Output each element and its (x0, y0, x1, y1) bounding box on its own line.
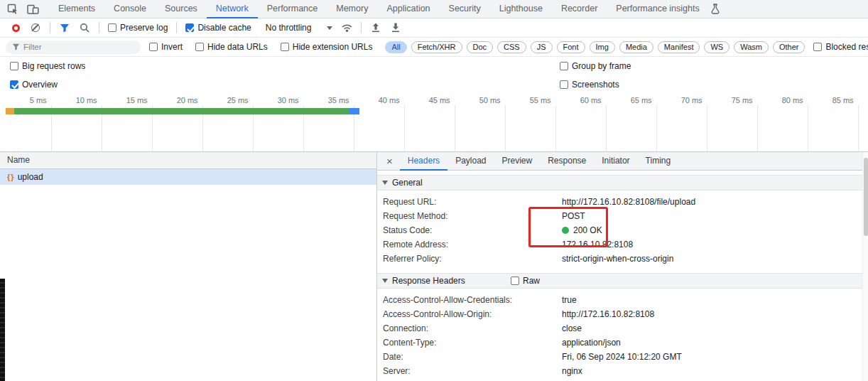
header-name: Connection: (383, 321, 562, 336)
search-button[interactable] (76, 20, 93, 36)
toolbar-divider (50, 22, 50, 33)
general-section-header[interactable]: General (377, 175, 868, 190)
filter-type-other[interactable]: Other (773, 41, 805, 53)
overview-bar-segment (6, 108, 15, 114)
timeline-tick-label: 85 ms (814, 96, 854, 104)
devtools-tab-performance[interactable]: Performance (258, 0, 327, 18)
details-tab-initiator[interactable]: Initiator (594, 152, 637, 171)
options-row-2: Overview Screenshots (0, 75, 868, 93)
devtools-tab-lighthouse[interactable]: Lighthouse (490, 0, 552, 18)
request-details-panel: × HeadersPayloadPreviewResponseInitiator… (376, 152, 868, 381)
disable-cache-checkbox[interactable]: Disable cache (185, 23, 251, 33)
header-name: Content-Type: (383, 336, 562, 350)
timeline-tick-label: 70 ms (663, 96, 702, 104)
timeline-tick-label: 75 ms (713, 96, 753, 104)
devtools-tab-network[interactable]: Network (207, 0, 258, 18)
raw-headers-checkbox[interactable]: Raw (511, 276, 540, 286)
filter-input[interactable] (23, 43, 130, 51)
timeline-overview[interactable]: 5 ms10 ms15 ms20 ms25 ms30 ms35 ms40 ms4… (0, 93, 868, 152)
big-request-rows-checkbox[interactable]: Big request rows (10, 61, 85, 71)
details-tab-payload[interactable]: Payload (447, 152, 494, 171)
filter-type-doc[interactable]: Doc (467, 41, 494, 53)
response-headers-section-header[interactable]: Response Headers Raw (377, 273, 868, 289)
filter-type-fetch-xhr[interactable]: Fetch/XHR (411, 41, 462, 53)
hide-data-urls-checkbox[interactable]: Hide data URLs (195, 42, 268, 52)
filter-type-js[interactable]: JS (531, 41, 553, 53)
close-details-button[interactable]: × (377, 153, 400, 170)
filter-type-all[interactable]: All (385, 41, 406, 53)
group-by-frame-checkbox[interactable]: Group by frame (560, 61, 631, 71)
inspect-element-icon[interactable] (7, 4, 18, 15)
header-value: http://172.16.10.82:8108 (562, 309, 654, 319)
name-column-header[interactable]: Name (0, 152, 376, 169)
status-green-dot (562, 227, 569, 234)
header-name: Status Code: (383, 223, 562, 237)
devtools-tab-performance-insights[interactable]: Performance insights (607, 0, 708, 18)
devtools-tab-console[interactable]: Console (104, 0, 156, 18)
export-har-button[interactable] (387, 20, 404, 36)
devtools-tab-elements[interactable]: Elements (49, 0, 104, 18)
devtools-tab-security[interactable]: Security (440, 0, 490, 18)
experiments-flask-icon (710, 4, 720, 14)
devtools-tab-recorder[interactable]: Recorder (552, 0, 607, 18)
network-conditions-icon (341, 23, 353, 33)
toolbar-divider (99, 22, 99, 33)
tabbar-left-icons (0, 4, 49, 15)
timeline-tick-label: 50 ms (461, 96, 501, 104)
filter-type-manifest[interactable]: Manifest (658, 41, 700, 53)
checkbox-box (281, 43, 289, 51)
timeline-tick-label: 65 ms (612, 96, 652, 104)
blocked-response-cookies-checkbox[interactable]: Blocked response coo (813, 42, 868, 52)
overview-checkbox[interactable]: Overview (10, 80, 58, 90)
header-name: Transfer-Encoding: (383, 378, 562, 381)
filter-toggle-button[interactable] (56, 20, 73, 36)
filter-input-pill[interactable] (6, 41, 141, 54)
filter-type-media[interactable]: Media (619, 41, 653, 53)
details-tab-preview[interactable]: Preview (494, 152, 541, 171)
timeline-gridline (808, 105, 808, 151)
throttling-select[interactable]: No throttling (266, 23, 333, 33)
filter-type-font[interactable]: Font (557, 41, 585, 53)
device-toolbar-icon[interactable] (27, 4, 39, 15)
clear-button[interactable] (27, 20, 44, 36)
record-icon (12, 24, 20, 32)
screenshots-label: Screenshots (572, 80, 619, 90)
filter-type-ws[interactable]: WS (704, 41, 729, 53)
hide-extension-urls-checkbox[interactable]: Hide extension URLs (281, 42, 373, 52)
response-headers-section-title: Response Headers (392, 276, 465, 286)
record-button[interactable] (7, 20, 24, 36)
braces-icon: { } (7, 173, 13, 181)
details-tab-headers[interactable]: Headers (400, 152, 447, 171)
checkbox-box (149, 43, 158, 51)
overview-bar-segment (14, 108, 353, 114)
filter-type-css[interactable]: CSS (497, 41, 526, 53)
import-har-button[interactable] (367, 20, 384, 36)
network-conditions-button[interactable] (338, 20, 355, 36)
scrollbar-thumb[interactable] (864, 158, 868, 236)
arrow-up-tray-icon (371, 23, 381, 33)
filter-funnel-icon (60, 23, 70, 33)
invert-checkbox[interactable]: Invert (149, 42, 183, 52)
timeline-tick-label: 25 ms (209, 96, 249, 104)
details-scrollbar[interactable] (862, 152, 868, 381)
header-row: Access-Control-Allow-Origin:http://172.1… (377, 307, 868, 321)
screenshots-checkbox[interactable]: Screenshots (560, 80, 619, 90)
filter-type-img[interactable]: Img (590, 41, 615, 53)
preserve-log-checkbox[interactable]: Preserve log (108, 23, 168, 33)
details-tab-response[interactable]: Response (540, 152, 594, 171)
devtools-tab-sources[interactable]: Sources (156, 0, 207, 18)
header-name: Access-Control-Allow-Credentials: (383, 293, 562, 307)
options-row-1: Big request rows Group by frame (0, 57, 868, 75)
network-filter-bar: Invert Hide data URLs Hide extension URL… (0, 38, 868, 57)
request-row-upload[interactable]: { } upload (0, 169, 376, 185)
toolbar-divider (361, 22, 362, 33)
clear-icon (31, 23, 40, 32)
header-name: Access-Control-Allow-Origin: (383, 307, 562, 321)
timeline-gridline (404, 105, 405, 151)
devtools-tab-application[interactable]: Application (377, 0, 439, 18)
details-tab-timing[interactable]: Timing (638, 152, 679, 171)
header-row: Access-Control-Allow-Credentials:true (377, 293, 868, 307)
devtools-tab-memory[interactable]: Memory (327, 0, 377, 18)
filter-type-wasm[interactable]: Wasm (734, 41, 769, 53)
devtools-tabbar: ElementsConsoleSourcesNetworkPerformance… (0, 0, 868, 18)
